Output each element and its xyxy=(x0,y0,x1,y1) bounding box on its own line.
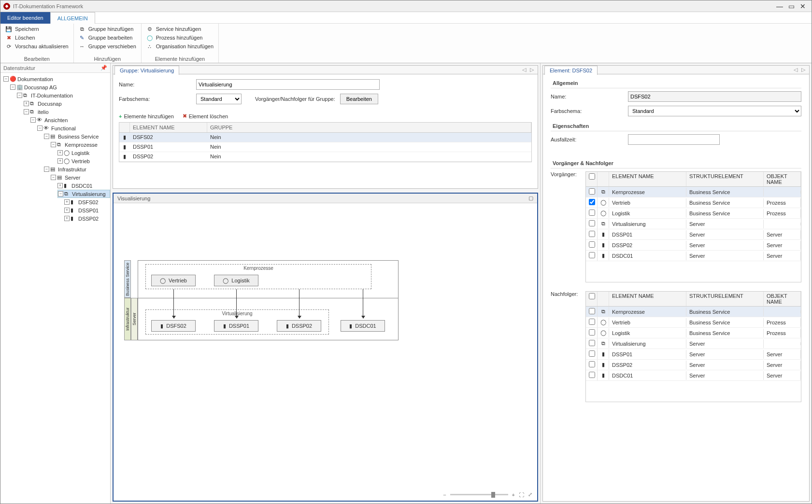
group-elements-grid[interactable]: ELEMENT NAME GRUPPE ▮DSFS02Nein▮DSSP01Ne… xyxy=(119,122,532,162)
group-tab[interactable]: Gruppe: Virtualisierung xyxy=(114,66,179,75)
panel-prev-icon[interactable]: ◁ xyxy=(794,67,798,73)
table-row[interactable]: ▮DSDC01ServerServer xyxy=(586,370,801,381)
row-checkbox[interactable] xyxy=(589,210,595,216)
add-service-button[interactable]: ⚙Service hinzufügen xyxy=(146,26,214,32)
element-color-select[interactable]: Standard xyxy=(628,106,801,116)
table-row[interactable]: ▮DSSP02Nein xyxy=(119,152,531,162)
table-row[interactable]: ◯LogistikBusiness ServiceProzess xyxy=(586,208,801,219)
tab-allgemein[interactable]: ALLGEMEIN xyxy=(50,12,95,24)
tree-kernprozesse[interactable]: −⧉Kernprozesse xyxy=(51,140,110,149)
tree-docusnap[interactable]: +⧉Docusnap xyxy=(24,99,110,108)
zoom-in-icon[interactable]: + xyxy=(512,492,515,498)
group-name-input[interactable] xyxy=(196,79,380,90)
tree-vertrieb[interactable]: +◯Vertrieb xyxy=(57,157,110,165)
add-element-button[interactable]: +Elemente hinzufügen xyxy=(119,113,174,119)
tree-itdoc[interactable]: −⧉IT-Dokumentation xyxy=(17,91,110,99)
tree-business-service[interactable]: −▤Business Service xyxy=(44,132,110,140)
row-checkbox[interactable] xyxy=(589,188,595,195)
row-checkbox[interactable] xyxy=(589,319,595,325)
tree-dsfs02[interactable]: +▮DSFS02 xyxy=(64,198,110,206)
table-row[interactable]: ⧉KernprozesseBusiness Service xyxy=(586,307,801,317)
table-row[interactable]: ▮DSSP02ServerServer xyxy=(586,240,801,251)
row-checkbox[interactable] xyxy=(589,350,595,357)
add-process-button[interactable]: ◯Prozess hinzufügen xyxy=(146,34,214,41)
table-row[interactable]: ▮DSFS02Nein xyxy=(119,133,531,142)
tree-dsdc01[interactable]: +▮DSDC01 xyxy=(57,182,110,190)
tree-functional[interactable]: −👁Functional xyxy=(37,124,110,132)
tree-logistik[interactable]: +◯Logistik xyxy=(57,149,110,157)
tree[interactable]: −🔴Dokumentation −🏢Docusnap AG −⧉IT-Dokum… xyxy=(0,73,110,504)
add-group-button[interactable]: ⧉Gruppe hinzufügen xyxy=(79,26,136,32)
table-row[interactable]: ▮DSDC01ServerServer xyxy=(586,251,801,261)
panel-nav: ◁ ▷ xyxy=(522,67,538,73)
row-checkbox[interactable] xyxy=(589,241,595,248)
tab-editor-beenden[interactable]: Editor beenden xyxy=(0,12,50,24)
tree-virtualisierung[interactable]: −⧉Virtualisierung xyxy=(57,190,110,198)
element-tab[interactable]: Element: DSFS02 xyxy=(544,66,598,75)
add-org-button[interactable]: ⛬Organisation hinzufügen xyxy=(146,43,214,50)
maximize-button[interactable]: ▭ xyxy=(785,2,797,11)
delete-element-button[interactable]: ✖Element löschen xyxy=(183,113,228,119)
panel-prev-icon[interactable]: ◁ xyxy=(522,67,526,73)
pin-icon[interactable]: 📌 xyxy=(100,65,107,71)
table-row[interactable]: ⧉VirtualisierungServer xyxy=(586,219,801,229)
row-checkbox[interactable] xyxy=(589,340,595,346)
zoom-out-icon[interactable]: − xyxy=(443,492,446,498)
delete-button[interactable]: ✖Löschen xyxy=(5,34,69,41)
row-checkbox[interactable] xyxy=(589,361,595,367)
pred-checkall[interactable] xyxy=(589,173,595,180)
fullpage-icon[interactable]: ⤢ xyxy=(528,491,532,498)
tree-root[interactable]: −🔴Dokumentation xyxy=(3,75,110,83)
row-checkbox[interactable] xyxy=(589,329,595,336)
row-checkbox[interactable] xyxy=(589,252,595,258)
group-color-select[interactable]: Standard xyxy=(196,94,242,104)
arrow xyxy=(299,289,299,318)
succ-grid[interactable]: ELEMENT NAMESTRUKTURELEMENTOBJEKT NAME ⧉… xyxy=(585,291,801,402)
edit-pred-succ-button[interactable]: Bearbeiten xyxy=(340,94,378,104)
ribbon-group-bearbeiten: 💾Speichern ✖Löschen ⟳Vorschau aktualisie… xyxy=(0,24,74,63)
move-group-button[interactable]: ↔Gruppe verschieben xyxy=(79,43,136,50)
zoom-slider[interactable] xyxy=(450,494,508,495)
table-row[interactable]: ◯LogistikBusiness ServiceProzess xyxy=(586,328,801,338)
vis-node-logistik[interactable]: ◯Logistik xyxy=(214,275,258,286)
tree-dssp02[interactable]: +▮DSSP02 xyxy=(64,214,110,223)
minimize-button[interactable]: — xyxy=(774,2,785,11)
fit-icon[interactable]: ⛶ xyxy=(519,492,524,498)
panel-next-icon[interactable]: ▷ xyxy=(801,67,805,73)
tree-dssp01[interactable]: +▮DSSP01 xyxy=(64,206,110,214)
table-row[interactable]: ▮DSSP01ServerServer xyxy=(586,349,801,360)
panel-next-icon[interactable]: ▷ xyxy=(530,67,534,73)
row-checkbox[interactable] xyxy=(589,220,595,226)
downtime-input[interactable] xyxy=(628,134,720,145)
vis-node-dsdc01[interactable]: ▮DSDC01 xyxy=(341,320,385,332)
table-row[interactable]: ▮DSSP02ServerServer xyxy=(586,360,801,370)
table-row[interactable]: ⧉KernprozesseBusiness Service xyxy=(586,187,801,197)
process-icon: ◯ xyxy=(223,278,228,284)
table-row[interactable]: ⧉VirtualisierungServer xyxy=(586,338,801,349)
row-checkbox[interactable] xyxy=(589,372,595,378)
save-button[interactable]: 💾Speichern xyxy=(5,26,69,32)
pred-grid[interactable]: ELEMENT NAMESTRUKTURELEMENTOBJEKT NAME ⧉… xyxy=(585,171,801,282)
tree-server[interactable]: −▤Server xyxy=(51,173,110,182)
table-row[interactable]: ◯VertriebBusiness ServiceProzess xyxy=(586,317,801,328)
vis-node-dssp02[interactable]: ▮DSSP02 xyxy=(277,320,321,332)
table-row[interactable]: ◯VertriebBusiness ServiceProzess xyxy=(586,197,801,208)
vis-node-dssp01[interactable]: ▮DSSP01 xyxy=(214,320,258,332)
tree-itelio[interactable]: −⧉itelio xyxy=(24,108,110,116)
succ-checkall[interactable] xyxy=(589,293,595,299)
table-row[interactable]: ▮DSSP01Nein xyxy=(119,142,531,152)
row-checkbox[interactable] xyxy=(589,231,595,237)
table-row[interactable]: ▮DSSP01ServerServer xyxy=(586,229,801,240)
vis-expand-icon[interactable]: ▢ xyxy=(528,195,533,201)
row-checkbox[interactable] xyxy=(589,199,595,205)
vis-node-vertrieb[interactable]: ◯Vertrieb xyxy=(151,275,196,286)
tree-ansichten[interactable]: −👁Ansichten xyxy=(30,116,110,124)
row-checkbox[interactable] xyxy=(589,308,595,314)
vis-canvas[interactable]: Business Service Infrastruktur Server Ke… xyxy=(114,203,537,501)
vis-node-dsfs02[interactable]: ▮DSFS02 xyxy=(151,320,196,332)
close-button[interactable]: ✕ xyxy=(797,2,809,11)
refresh-preview-button[interactable]: ⟳Vorschau aktualisieren xyxy=(5,43,69,50)
tree-infrastruktur[interactable]: −▤Infrastruktur xyxy=(44,165,110,173)
tree-company[interactable]: −🏢Docusnap AG xyxy=(10,83,110,91)
edit-group-button[interactable]: ✎Gruppe bearbeiten xyxy=(79,34,136,41)
